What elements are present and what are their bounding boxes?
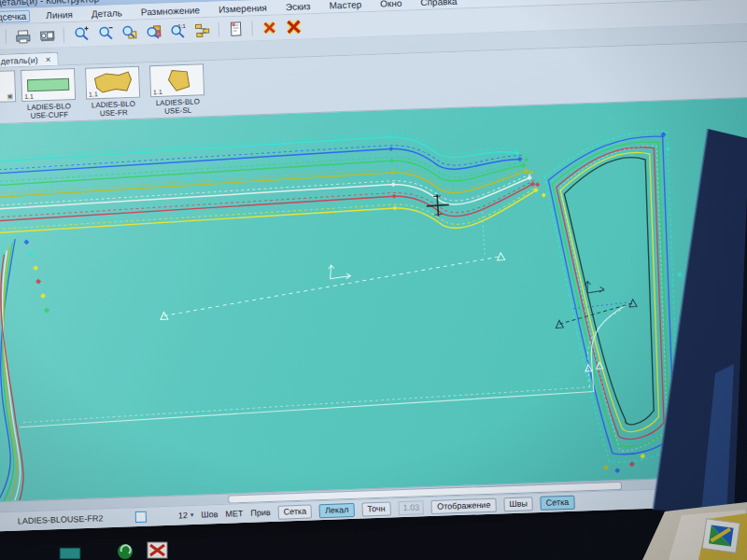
menu-eskiz[interactable]: Эскиз (283, 1, 314, 12)
piece-scale: 1.1 (153, 89, 162, 95)
menu-razmnozhenie[interactable]: Размножение (138, 5, 203, 17)
display-button[interactable]: Отображение (431, 497, 497, 513)
lekal-toggle[interactable]: Лекал (319, 502, 355, 517)
plotter-icon[interactable] (35, 25, 58, 46)
taskbar-icon[interactable] (60, 548, 80, 559)
photo-frame: 5 деталь(и) - Конструктор Надсечка Линия… (0, 0, 747, 560)
zoom-in-icon[interactable] (69, 24, 92, 45)
svg-text:1:1: 1:1 (177, 23, 186, 29)
pattern-drawing (0, 97, 747, 501)
piece-scale: 1.1 (89, 91, 98, 97)
tab-close-icon[interactable]: × (46, 56, 51, 63)
menu-nadsechka[interactable]: Надсечка (0, 9, 30, 23)
status-checkbox[interactable] (135, 511, 147, 523)
print-icon[interactable] (11, 26, 34, 47)
zoom-pieces-icon[interactable] (142, 21, 164, 42)
desk-papers (642, 502, 747, 560)
precision-toggle[interactable]: Точн (361, 501, 391, 516)
piece-label: LADIES-BLOUSE-CUFF (27, 102, 72, 120)
met-label[interactable]: МЕТ (225, 509, 243, 519)
zoom-window-icon[interactable] (118, 22, 140, 43)
notes-icon[interactable] (224, 19, 247, 39)
priv-label[interactable]: Прив (250, 508, 271, 518)
toolbar-separator (63, 27, 64, 42)
chevron-down-icon: ▾ (190, 511, 194, 519)
piece-card-fr[interactable]: 1.1 LADIES-BLOUSE-FR (84, 66, 142, 120)
lock-icon: ▣ (7, 92, 13, 100)
scheme-icon[interactable] (190, 20, 213, 40)
menu-liniya[interactable]: Линия (43, 8, 76, 20)
scale-value: 1.03 (398, 500, 424, 515)
toolbar-separator (6, 30, 7, 45)
menu-master[interactable]: Мастер (326, 0, 364, 10)
logo-card (702, 519, 740, 553)
grid-button[interactable]: Сетка (541, 495, 575, 510)
piece-label: LADIES-BLOUSE-FR (92, 100, 136, 119)
toolbar-separator (218, 22, 219, 37)
piece-card-sl[interactable]: 1.1 LADIES-BLOUSE-SL (148, 63, 206, 118)
tab-label: USE - 5 деталь(и) (0, 55, 38, 67)
piece-card-cuff[interactable]: 1.1 LADIES-BLOUSE-CUFF (20, 68, 78, 122)
menu-detal[interactable]: Деталь (89, 7, 125, 19)
grid-toggle[interactable]: Сетка (277, 504, 312, 519)
zoom-out-icon[interactable] (93, 23, 116, 44)
taskbar-icon-green[interactable] (118, 544, 133, 559)
taskbar-icon-app[interactable] (148, 542, 167, 558)
piece-label: LADIES-BLOUSE-SL (156, 97, 201, 116)
zoom-1-1-icon[interactable]: 1:1 (166, 21, 189, 41)
seams-button[interactable]: Швы (503, 497, 533, 511)
menu-izmereniya[interactable]: Измерения (216, 2, 270, 14)
drawing-canvas[interactable] (0, 97, 747, 501)
seam-label[interactable]: Шов (201, 510, 218, 520)
app-window: 5 деталь(и) - Конструктор Надсечка Линия… (0, 0, 747, 532)
current-piece-name: LADIES-BLOUSE-FR2 (18, 512, 128, 525)
menu-okno[interactable]: Окно (377, 0, 405, 8)
size-dropdown[interactable]: 12 ▾ (178, 511, 194, 521)
toolbar-separator (251, 21, 253, 35)
menu-spravka[interactable]: Справка (417, 0, 460, 7)
piece-card-col[interactable]: ▣ -BLOOL (0, 70, 13, 124)
piece-scale: 1.1 (24, 93, 34, 100)
delete-all-icon[interactable] (282, 17, 304, 37)
delete-icon[interactable] (258, 18, 280, 38)
